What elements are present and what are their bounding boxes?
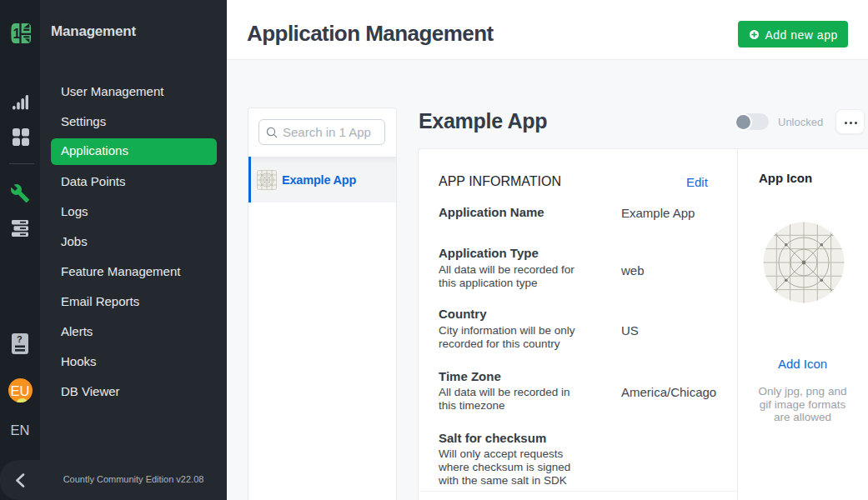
svg-text:?: ? [17,334,23,344]
svg-text:1: 1 [13,27,20,41]
